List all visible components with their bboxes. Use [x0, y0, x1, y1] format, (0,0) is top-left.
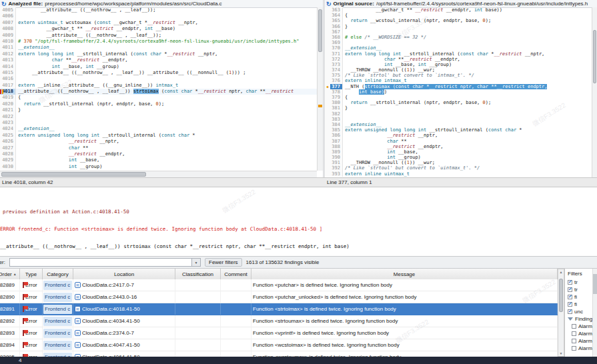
code-line[interactable]: 378 int base))	[325, 89, 592, 95]
code-line[interactable]: 374 __THROW __nonnull ((1)) __wur;	[325, 67, 592, 73]
code-line[interactable]: 4025extern unsigned long long int __strt…	[0, 133, 317, 139]
code-line[interactable]: 4024__extension__	[0, 126, 317, 132]
fewer-filters-button[interactable]: Fewer filters	[205, 258, 242, 267]
code-line[interactable]: 4022	[0, 114, 317, 120]
filter-input[interactable]	[9, 258, 192, 267]
code-line[interactable]: 4010# 370 "/opt/fsl-framebuffer/2.4.4/sy…	[0, 39, 317, 45]
code-line[interactable]: 4013 char **__restrict __endptr,	[0, 57, 317, 63]
code-line[interactable]: 371extern long long int __strtoll_intern…	[325, 51, 592, 57]
code-line[interactable]: 375/* Like `strtol' but convert to `intm…	[325, 73, 592, 78]
code-line[interactable]: 383	[325, 117, 592, 122]
code-line[interactable]: 4026 __restrict __nptr,	[0, 139, 317, 145]
code-line[interactable]: 369	[325, 40, 592, 45]
finding-row[interactable]: 82895ErrorFrontend cCloudData.c:4064.41-…	[0, 351, 558, 357]
code-line[interactable]: 4011__extension__	[0, 45, 317, 51]
column-header-classification[interactable]: Classification	[175, 269, 221, 279]
right-vertical-scrollbar[interactable]	[592, 7, 597, 177]
finding-row[interactable]: 82891ErrorFrontend cCloudData.c:4018.41-…	[0, 303, 558, 315]
code-line[interactable]: 390 int __group)	[325, 155, 592, 160]
column-header-message[interactable]: Message	[251, 269, 558, 279]
code-line[interactable]: 366}	[325, 24, 592, 29]
code-line[interactable]: 4027 char **	[0, 145, 317, 151]
scrollbar-thumb[interactable]	[318, 9, 322, 52]
code-line[interactable]: 381}	[325, 105, 592, 111]
code-line[interactable]: 365 return __wcstoul_internal (nptr, end…	[325, 18, 592, 23]
scrollbar-thumb[interactable]	[593, 274, 597, 294]
code-line[interactable]: 4029 int __base,	[0, 157, 317, 163]
code-line[interactable]: 4009 __attribute__ ((__nothrow__ , __lea…	[0, 33, 317, 39]
code-line[interactable]: 388 __restrict __endptr,	[325, 144, 592, 149]
column-header-order[interactable]: Order▲	[0, 269, 20, 279]
column-header-category[interactable]: Category	[43, 269, 73, 279]
location-cell: CloudData.c:2417.0-7	[73, 279, 175, 291]
code-line[interactable]: 4020 return __strtoll_internal (nptr, en…	[0, 101, 317, 107]
code-line[interactable]: 380 return __strtoll_internal (nptr, end…	[325, 100, 592, 105]
code-line[interactable]: 4018__attribute__ ((__nothrow__ , __leaf…	[0, 89, 317, 95]
code-line[interactable]: 4028 __restrict __endptr,	[0, 151, 317, 157]
column-header-comment[interactable]: Comment	[221, 269, 251, 279]
code-line[interactable]: 376extern inline intmax_t	[325, 78, 592, 83]
filter-checkbox[interactable]	[572, 324, 576, 329]
combo-dropdown-icon[interactable]: ▼	[192, 258, 201, 267]
code-line[interactable]: 4007extern uintmax_t wcstoumax (const __…	[0, 20, 317, 26]
reload-icon[interactable]: ↻	[326, 1, 332, 7]
scrollbar-thumb[interactable]	[559, 279, 563, 312]
filter-checkbox[interactable]	[568, 295, 572, 299]
scrollbar-thumb[interactable]	[1, 172, 146, 177]
code-line[interactable]: 4030 int __group)	[0, 164, 317, 170]
finding-row[interactable]: 82890ErrorFrontend cCloudData.c:2443.0-1…	[0, 291, 558, 303]
filter-checkbox[interactable]	[568, 287, 572, 292]
code-line[interactable]: 384__extension__	[325, 122, 592, 127]
filter-checkbox[interactable]	[568, 309, 572, 314]
file-location-icon	[75, 342, 81, 348]
code-line[interactable]: 4021}	[0, 107, 317, 113]
code-line[interactable]: 393extern inline uintmax_t	[325, 171, 592, 177]
filter-checkbox[interactable]	[568, 302, 572, 307]
line-number: 4022	[0, 114, 16, 120]
code-line[interactable]: 372 char **__restrict __endptr,	[325, 57, 592, 62]
code-line[interactable]: 386 __restrict __nptr,	[325, 133, 592, 138]
code-line[interactable]: 363 __gwchar_t ** __restrict __endptr, i…	[325, 7, 592, 13]
code-line[interactable]: 4015 __attribute__ ((__nothrow__ , __lea…	[0, 70, 317, 76]
scrollbar-thumb[interactable]	[593, 30, 596, 83]
code-line[interactable]: 4016	[0, 76, 317, 82]
left-horizontal-scrollbar[interactable]	[0, 171, 317, 177]
code-line[interactable]: 368# else /* __WORDSIZE == 32 */	[325, 35, 592, 40]
workspace-indicator[interactable]: 4	[19, 357, 21, 364]
code-line[interactable]: 389 int __base,	[325, 149, 592, 155]
code-line[interactable]: 364{	[325, 13, 592, 18]
code-line[interactable]: 391 __THROW __nonnull ((1)) __wur;	[325, 160, 592, 165]
line-number: 4016	[0, 76, 16, 82]
code-line[interactable]: 379{	[325, 95, 592, 100]
code-line[interactable]: 4012extern long long int __strtoll_inter…	[0, 51, 317, 57]
code-line[interactable]: 4006	[0, 13, 317, 19]
filter-checkbox[interactable]	[572, 339, 576, 343]
table-vertical-scrollbar[interactable]	[558, 269, 564, 357]
filter-checkbox[interactable]	[568, 280, 572, 285]
code-line[interactable]: 4023	[0, 120, 317, 126]
left-vertical-scrollbar[interactable]	[317, 7, 323, 171]
code-line[interactable]: 392/* Like `strtoul' but convert to `uin…	[325, 165, 592, 171]
code-line[interactable]: 382	[325, 111, 592, 117]
finding-row[interactable]: 82894ErrorFrontend cCloudData.c:4047.41-…	[0, 339, 558, 351]
finding-row[interactable]: 82893ErrorFrontend cCloudData.c:2374.0-7…	[0, 327, 558, 339]
code-line[interactable]: ◆377__NTH (strtoimax (const char *__rest…	[325, 84, 592, 89]
finding-row[interactable]: 82889ErrorFrontend cCloudData.c:2417.0-7…	[0, 279, 558, 291]
code-line[interactable]: 373 int __base, int __group)	[325, 62, 592, 67]
code-line[interactable]: 4008 __gwchar_t ** __restrict __endptr, …	[0, 26, 317, 32]
filter-checkbox[interactable]	[572, 346, 576, 351]
code-line[interactable]: 4014 int __base, int __group)	[0, 64, 317, 70]
column-header-location[interactable]: Location	[73, 269, 175, 279]
code-line[interactable]: 370__extension__	[325, 45, 592, 51]
code-line[interactable]: 4017extern __inline __attribute__ ((__gn…	[0, 83, 317, 89]
code-line[interactable]: 4019{	[0, 95, 317, 101]
filters-scrollbar[interactable]	[592, 269, 597, 357]
reload-icon[interactable]: ↻	[1, 1, 7, 7]
code-line[interactable]: 4005 __attribute__ ((__nothrow__ , __lea…	[0, 7, 317, 13]
filter-checkbox[interactable]	[572, 331, 576, 336]
column-header-type[interactable]: Type	[20, 269, 43, 279]
finding-row[interactable]: 82892ErrorFrontend cCloudData.c:4034.41-…	[0, 315, 558, 327]
code-line[interactable]: 367	[325, 29, 592, 35]
code-line[interactable]: 387 char **	[325, 139, 592, 144]
code-line[interactable]: 385extern unsigned long long int __strto…	[325, 127, 592, 133]
